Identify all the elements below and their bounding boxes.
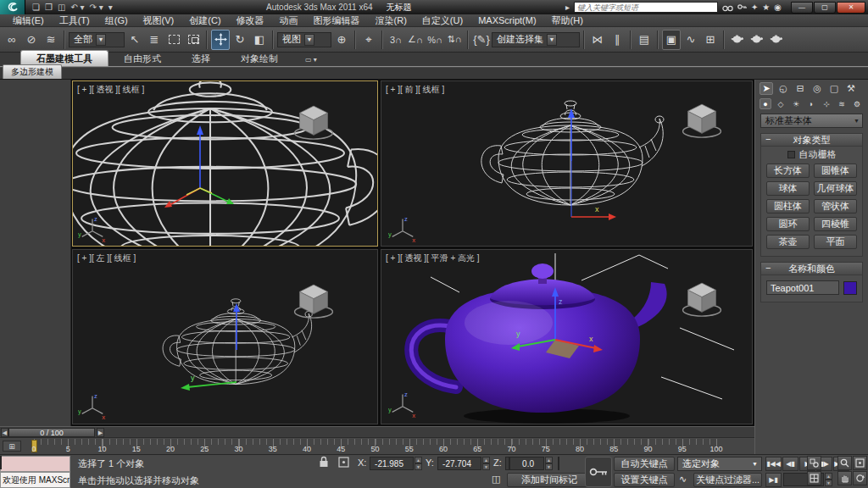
edit-named-selection-sets-icon[interactable]: {✎} [472, 30, 491, 50]
layer-manager-icon[interactable]: ▤ [635, 30, 654, 50]
menu-group[interactable]: 组(G) [97, 14, 136, 27]
tube-button[interactable]: 管状体 [814, 199, 857, 214]
previous-frame-button[interactable]: ◀▮ [782, 457, 798, 471]
app-logo-icon[interactable] [0, 0, 25, 14]
schematic-view-icon[interactable]: ⊞ [701, 30, 720, 50]
motion-tab-icon[interactable]: ◎ [810, 82, 824, 95]
previous-frame-arrow[interactable]: ◀ [1, 428, 8, 437]
absolute-offset-toggle-icon[interactable] [337, 456, 350, 470]
help-icon[interactable]: ◉ [774, 3, 782, 12]
menu-create[interactable]: 创建(C) [181, 14, 228, 27]
add-time-tag-button[interactable]: 添加时间标记 [507, 473, 592, 487]
close-button[interactable]: ✕ [837, 2, 865, 14]
align-icon[interactable]: ∥ [608, 30, 626, 50]
object-type-rollout-header[interactable]: − 对象类型 [761, 134, 862, 147]
object-color-swatch[interactable] [843, 281, 857, 295]
select-and-link-icon[interactable]: ∞ [3, 30, 21, 50]
mini-curve-editor-icon[interactable]: ⊞ [3, 441, 21, 452]
reference-coordinate-combo[interactable]: 视图 ▼ [277, 32, 331, 47]
utilities-tab-icon[interactable]: ⚒ [844, 82, 858, 95]
snaps-toggle-icon[interactable]: 3∩ [387, 30, 405, 50]
pan-hand-icon[interactable] [837, 471, 852, 485]
cameras-icon[interactable]: ◗ [805, 98, 817, 109]
menu-rendering[interactable]: 渲染(R) [368, 14, 415, 27]
search-expand-icon[interactable]: ▸ [565, 3, 570, 12]
mirror-icon[interactable]: ⋈ [588, 30, 607, 50]
chevron-down-icon[interactable]: ▼ [96, 34, 106, 46]
menu-graph-editors[interactable]: 图形编辑器 [306, 14, 368, 27]
curve-editor-icon[interactable]: ∿ [682, 30, 700, 50]
menu-maxscript[interactable]: MAXScript(M) [470, 15, 543, 25]
zoom-icon[interactable] [837, 456, 852, 470]
viewport-left-wireframe[interactable]: [ + ][ 左 ][ 线框 ] y [72, 249, 378, 424]
time-slider-thumb[interactable]: 0 / 100 [8, 428, 95, 437]
time-spinner[interactable]: ▲▼ [825, 473, 832, 486]
new-file-icon[interactable]: ❏ [32, 3, 40, 12]
geometry-icon[interactable]: ● [760, 98, 771, 109]
zoom-extents-icon[interactable] [853, 456, 867, 470]
y-spinner[interactable]: ▲▼ [482, 457, 490, 470]
chevron-down-icon[interactable]: ▼ [547, 34, 557, 46]
cone-button[interactable]: 圆锥体 [814, 164, 857, 178]
autogrid-checkbox[interactable] [787, 151, 795, 158]
box-button[interactable]: 长方体 [766, 164, 810, 178]
ribbon-tab-object-paint[interactable]: 对象绘制 [225, 51, 293, 66]
go-to-start-button[interactable]: ▮◀◀ [765, 457, 782, 471]
use-pivot-center-icon[interactable]: ⊕ [332, 30, 351, 50]
teapot-button[interactable]: 茶壶 [766, 235, 810, 249]
select-and-scale-icon[interactable]: ◧ [250, 30, 269, 50]
key-mode-toggle-icon[interactable]: ▶▮ [765, 473, 782, 487]
plane-button[interactable]: 平面 [814, 235, 857, 249]
search-input[interactable] [574, 2, 718, 13]
viewport-label[interactable]: [ + ][ 透视 ][ 线框 ] [77, 84, 144, 96]
favorites-star-icon[interactable]: ★ [762, 3, 770, 12]
hierarchy-tab-icon[interactable]: ⊟ [793, 82, 807, 95]
viewport-front-wireframe[interactable]: [ + ][ 前 ][ 线框 ] x [381, 80, 753, 247]
maximize-viewport-toggle-icon[interactable] [807, 471, 821, 485]
set-keys-button[interactable] [585, 457, 612, 487]
z-spinner[interactable]: ▲▼ [545, 457, 553, 470]
search-binoculars-icon[interactable] [722, 0, 733, 15]
minimize-button[interactable]: — [791, 2, 813, 14]
rendered-frame-window-icon[interactable] [748, 30, 766, 50]
next-frame-arrow[interactable]: ▶ [97, 428, 104, 437]
select-and-manipulate-icon[interactable]: ⌖ [359, 30, 378, 50]
window-crossing-icon[interactable] [184, 30, 203, 50]
ribbon-minimize-icon[interactable]: ▭ ▾ [305, 56, 317, 66]
menu-modifiers[interactable]: 修改器 [229, 14, 272, 27]
time-slider[interactable]: ◀ 0 / 100 ▶ [0, 426, 754, 438]
z-coordinate-field[interactable]: 0.0 [505, 457, 544, 470]
zoom-all-icon[interactable] [807, 456, 821, 470]
set-key-button[interactable]: 设置关键点 [614, 473, 675, 487]
ribbon-tab-selection[interactable]: 选择 [176, 51, 225, 66]
menu-help[interactable]: 帮助(H) [544, 14, 591, 27]
auto-key-button[interactable]: 自动关键点 [614, 457, 675, 471]
selection-set-dropdown[interactable]: 选定对象 ▼ [677, 457, 762, 471]
shapes-icon[interactable]: ◇ [775, 98, 787, 109]
helpers-icon[interactable]: ⊹ [821, 98, 832, 109]
rectangular-selection-region-icon[interactable] [164, 30, 183, 50]
primitive-category-dropdown[interactable]: 标准基本体 ▼ [760, 114, 863, 128]
ribbon-panel-polygon-modeling[interactable]: 多边形建模 [3, 64, 62, 79]
viewport-perspective-wireframe[interactable]: [ + ][ 透视 ][ 线框 ] [72, 80, 378, 247]
subscription-key-icon[interactable] [737, 3, 747, 13]
torus-button[interactable]: 圆环 [766, 217, 810, 231]
modify-tab-icon[interactable]: ◵ [776, 82, 790, 95]
y-coordinate-field[interactable]: -27.704 [437, 457, 481, 470]
cylinder-button[interactable]: 圆柱体 [766, 199, 810, 214]
select-object-icon[interactable]: ↖ [125, 30, 144, 50]
render-setup-icon[interactable] [728, 30, 747, 50]
pyramid-button[interactable]: 四棱锥 [814, 217, 857, 231]
selection-filter-combo[interactable]: 全部 ▼ [69, 32, 125, 47]
geosphere-button[interactable]: 几何球体 [814, 181, 857, 196]
display-tab-icon[interactable]: ▢ [827, 82, 841, 95]
percent-snap-icon[interactable]: %∩ [426, 30, 444, 50]
time-tag-icon[interactable]: ◫ [492, 474, 500, 485]
redo-icon[interactable]: ↷ ▾ [90, 3, 103, 12]
chevron-down-icon[interactable]: ▼ [851, 115, 862, 126]
open-file-icon[interactable]: ❐ [45, 3, 53, 12]
systems-icon[interactable]: ⚙ [851, 98, 863, 109]
bind-to-space-warp-icon[interactable]: ≋ [42, 30, 60, 50]
viewport-label[interactable]: [ + ][ 透视 ][ 平滑 + 高光 ] [386, 252, 480, 264]
select-and-move-icon[interactable] [211, 30, 230, 50]
